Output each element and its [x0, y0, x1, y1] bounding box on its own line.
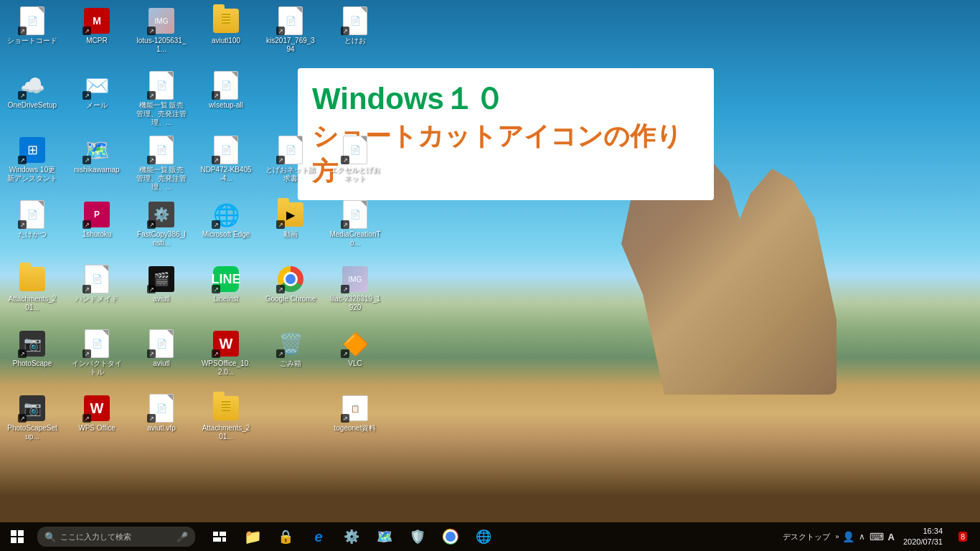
icon-img-win10update: ⊞ ↗ — [18, 136, 47, 164]
system-tray-icons: 👤 ∧ ⌨ A — [842, 531, 895, 542]
taskbar: 🔍 ここに入力して検索 🎤 📁 🔒 e — [0, 522, 980, 551]
shortcut-arrow: ↗ — [276, 156, 285, 164]
desktop-icon-aviutlvfp[interactable]: 📄 ↗ aviutl.vfp — [133, 391, 190, 435]
icon-label-wisetup: wIsetup-all — [209, 101, 243, 110]
icon-label-mail: メール — [86, 101, 108, 110]
desktop-icon-lineinst[interactable]: LINE ↗ LineInst — [197, 262, 255, 306]
icon-img-ishutoku: P ↗ — [83, 200, 111, 229]
desktop-icon-aviutl2[interactable]: 🎬 ↗ aviutl — [133, 262, 190, 306]
desktop-icon-wpsoffice2[interactable]: W ↗ WPS Office — [68, 391, 126, 435]
icon-img-mcpr: M ↗ — [83, 6, 111, 35]
icon-label-togeonet: とげおネット請求書 — [265, 166, 316, 183]
icon-label-attachments201: Attachments_201... — [6, 295, 58, 312]
desktop-icon-onedrivesetup[interactable]: ☁️ ↗ OneDriveSetup — [4, 68, 61, 113]
shortcut-arrow: ↗ — [83, 220, 91, 229]
notification-button[interactable]: 8 — [951, 522, 974, 551]
desktop-icon-win10update[interactable]: ⊞ ↗ Windows 10更新アシスタント — [4, 133, 61, 186]
desktop-icon-aviutl3[interactable]: 📄 ↗ aviutl — [133, 326, 190, 371]
shortcut-arrow: ↗ — [18, 349, 27, 358]
mic-icon: 🎤 — [176, 532, 188, 542]
desktop-icon-shortcode[interactable]: 📄 ↗ ショートコード — [4, 4, 61, 48]
edge-taskbar[interactable]: e — [303, 522, 334, 551]
shortcut-arrow: ↗ — [276, 220, 285, 229]
desktop-icon-takegoo[interactable]: 📄 ↗ たけかつ — [4, 197, 61, 242]
desktop-icon-fastcopy[interactable]: ⚙️ ↗ FastCopy386_Insti... — [133, 197, 190, 250]
icon-label-takegoo: たけかつ — [18, 230, 47, 239]
taskbar-center-icons: 📁 🔒 e ⚙️ 🗺️ 🛡️ 🌐 — [204, 522, 499, 551]
desktop-icon-ndp472[interactable]: 📄 ↗ NDP472-KB405-4... — [197, 133, 255, 186]
icon-img-attachments201 — [18, 265, 47, 293]
icon-label-photoscapesetup: PhotoScapeSetup... — [6, 424, 58, 441]
shortcut-arrow: ↗ — [341, 220, 349, 229]
icon-img-msedge: 🌐 ↗ — [212, 200, 240, 229]
desktop-icon-lotus[interactable]: IMG ↗ lotus-1205631_1... — [133, 4, 190, 57]
desktop-icon-nishikawamap[interactable]: 🗺️ ↗ nishikawamap — [68, 133, 126, 177]
icon-img-togeonetshiryo: 📋 ↗ — [341, 394, 369, 423]
icon-label-video: 動画 — [283, 230, 298, 239]
icon-img-aviutlvfp: 📄 ↗ — [147, 394, 176, 423]
desktop-icon-lilac[interactable]: IMG ↗ lilac-2326319_1920 — [326, 262, 384, 315]
desktop-icon-handmade[interactable]: 📄 ↗ ハンドメイド — [68, 262, 126, 306]
desktop-icon-excel[interactable]: 📄 ↗ エクセルとげおネット — [326, 133, 384, 186]
desktop-icon-mediacreation[interactable]: 📄 ↗ MediaCreationTo... — [326, 197, 384, 250]
desktop-icon-ishutoku[interactable]: P ↗ 1shutoku — [68, 197, 126, 242]
icon-img-wisetup: 📄 ↗ — [212, 71, 240, 100]
desktop-icon-wpsoffice[interactable]: W ↗ WPSOffice_10.2.0... — [197, 326, 255, 380]
desktop-icon-video[interactable]: ▶ ↗ 動画 — [262, 197, 319, 242]
icon-label-mediacreation: MediaCreationTo... — [329, 230, 381, 248]
start-button[interactable] — [0, 522, 34, 551]
desktop-icon-tokei[interactable]: 📄 ↗ とけお — [326, 4, 384, 48]
desktop-icon-kis2017[interactable]: 📄 ↗ kis2017_769_394 — [262, 4, 319, 57]
shortcut-arrow: ↗ — [212, 91, 220, 100]
desktop-icon-wisetup[interactable]: 📄 ↗ wIsetup-all — [197, 68, 255, 113]
svg-rect-2 — [11, 537, 17, 543]
desktop-icon-mcpr[interactable]: M ↗ MCPR — [68, 4, 126, 48]
maps-taskbar[interactable]: 🗺️ — [369, 522, 400, 551]
desktop-icon-msedge[interactable]: 🌐 ↗ Microsoft Edge — [197, 197, 255, 242]
desktop-icon-attachments201[interactable]: Attachments_201... — [4, 262, 61, 315]
desktop-icon-impacttitle[interactable]: 📄 ↗ インパクトタイトル — [68, 326, 126, 380]
shortcut-arrow: ↗ — [147, 220, 156, 229]
icon-img-handmade: 📄 ↗ — [83, 265, 111, 293]
date-display: 2020/07/31 — [903, 537, 943, 547]
desktop-icon-trash[interactable]: 🗑️ ↗ ごみ箱 — [262, 326, 319, 371]
desktop-icon-attachments2[interactable]: Attachments_201... — [197, 391, 255, 444]
search-bar[interactable]: 🔍 ここに入力して検索 🎤 — [37, 527, 195, 547]
icon-label-fastcopy: FastCopy386_Insti... — [136, 230, 187, 248]
settings-taskbar[interactable]: ⚙️ — [336, 522, 367, 551]
time-display: 16:34 — [923, 526, 943, 537]
desktop-show-label[interactable]: デスクトップ — [780, 532, 833, 542]
desktop-icon-togeonetshiryo[interactable]: 📋 ↗ togeonet資料 — [326, 391, 384, 435]
shortcut-arrow: ↗ — [147, 156, 156, 164]
task-view-button[interactable] — [204, 522, 235, 551]
icon-label-onedrivesetup: OneDriveSetup — [8, 101, 57, 110]
ime-icon[interactable]: A — [888, 532, 895, 542]
security-center-taskbar[interactable]: 🔒 — [270, 522, 301, 551]
security2-taskbar[interactable]: 🛡️ — [402, 522, 433, 551]
desktop-icon-kinou1[interactable]: 📄 ↗ 機能一覧 販売管理、売発注管理、... — [133, 68, 190, 130]
desktop-icon-photoscape[interactable]: 📷 ↗ PhotoScape — [4, 326, 61, 371]
desktop-icon-photoscapesetup[interactable]: 📷 ↗ PhotoScapeSetup... — [4, 391, 61, 444]
user-icon[interactable]: 👤 — [842, 531, 854, 542]
clock[interactable]: 16:34 2020/07/31 — [897, 526, 948, 548]
icon-img-shortcode: 📄 ↗ — [18, 6, 47, 35]
desktop-icon-vlc[interactable]: 🔶 ↗ VLC — [326, 326, 384, 371]
shortcut-arrow: ↗ — [212, 156, 220, 164]
icon-label-attachments2: Attachments_201... — [200, 424, 252, 441]
desktop-icon-mail[interactable]: ✉️ ↗ メール — [68, 68, 126, 113]
file-explorer-taskbar[interactable]: 📁 — [237, 522, 268, 551]
icon-img-photoscapesetup: 📷 ↗ — [18, 394, 47, 423]
shortcut-arrow: ↗ — [83, 349, 91, 358]
desktop-icon-aviutl100[interactable]: aviutl100 — [197, 4, 255, 48]
icon-label-nishikawamap: nishikawamap — [74, 166, 119, 174]
svg-rect-0 — [11, 530, 17, 536]
icon-img-togeonet: 📄 ↗ — [276, 136, 305, 164]
icon-label-handmade: ハンドメイド — [75, 295, 118, 303]
desktop-icon-kinou2[interactable]: 📄 ↗ 機能一覧 販売管理、売発注管理、... — [133, 133, 190, 194]
chevron-up-icon[interactable]: ∧ — [859, 532, 865, 542]
network-taskbar[interactable]: 🌐 — [468, 522, 499, 551]
desktop-icon-googlechrome[interactable]: ↗ Google Chrome — [262, 262, 319, 306]
chrome-taskbar[interactable] — [435, 522, 466, 551]
keyboard-icon[interactable]: ⌨ — [870, 531, 884, 542]
desktop-icon-togeonet[interactable]: 📄 ↗ とげおネット請求書 — [262, 133, 319, 186]
